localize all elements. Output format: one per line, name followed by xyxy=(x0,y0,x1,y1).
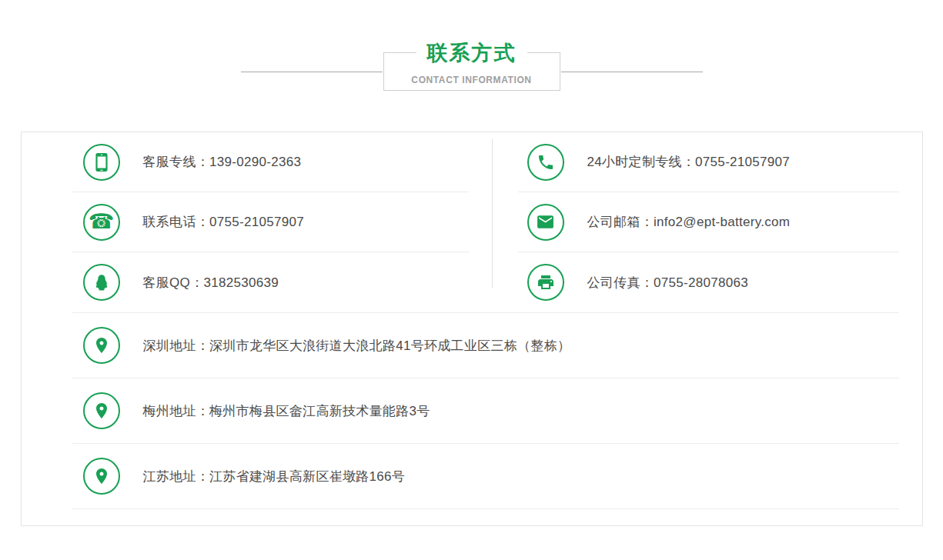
smartphone-icon xyxy=(83,144,120,181)
address-label: 梅州地址：梅州市梅县区畲江高新技术量能路3号 xyxy=(143,402,430,420)
page-title: 联系方式 xyxy=(416,39,527,67)
handset-icon xyxy=(527,144,564,181)
contact-column-left: 客服专线：139-0290-2363 ☎ 联系电话：0755-21057907 … xyxy=(22,132,492,312)
header-box: 联系方式 CONTACT INFORMATION xyxy=(383,52,560,91)
contact-row-label: 客服专线：139-0290-2363 xyxy=(143,153,302,171)
fax-icon xyxy=(527,264,564,301)
contact-column-right: 24小时定制专线：0755-21057907 公司邮箱：info2@ept-ba… xyxy=(492,132,922,312)
email-icon xyxy=(527,204,564,241)
contact-columns: 客服专线：139-0290-2363 ☎ 联系电话：0755-21057907 … xyxy=(22,132,922,312)
contact-row-label: 24小时定制专线：0755-21057907 xyxy=(587,153,791,171)
section-header: 联系方式 CONTACT INFORMATION xyxy=(0,0,943,91)
contact-row-qq: 客服QQ：3182530639 xyxy=(72,252,469,312)
contact-row-phone: ☎ 联系电话：0755-21057907 xyxy=(72,192,469,252)
contact-row-fax: 公司传真：0755-28078063 xyxy=(518,252,899,312)
contact-row-label: 公司传真：0755-28078063 xyxy=(587,274,749,292)
header-right-line xyxy=(561,72,703,72)
contact-row-24h-line: 24小时定制专线：0755-21057907 xyxy=(518,132,899,192)
location-icon xyxy=(83,327,120,364)
contact-row-label: 公司邮箱：info2@ept-battery.com xyxy=(587,213,791,231)
contact-row-label: 联系电话：0755-21057907 xyxy=(143,213,305,231)
address-label: 江苏地址：江苏省建湖县高新区崔墩路166号 xyxy=(143,468,406,485)
column-divider xyxy=(492,139,493,288)
contact-section: 联系方式 CONTACT INFORMATION 客服专线：139-0290-2… xyxy=(0,0,943,560)
header-left-line xyxy=(241,72,383,72)
contact-row-service-line: 客服专线：139-0290-2363 xyxy=(72,132,469,192)
contact-row-email: 公司邮箱：info2@ept-battery.com xyxy=(518,192,899,252)
contact-row-label: 客服QQ：3182530639 xyxy=(143,274,279,292)
address-label: 深圳地址：深圳市龙华区大浪街道大浪北路41号环成工业区三栋（整栋） xyxy=(143,337,571,355)
page-subtitle: CONTACT INFORMATION xyxy=(384,75,560,85)
address-row-shenzhen: 深圳地址：深圳市龙华区大浪街道大浪北路41号环成工业区三栋（整栋） xyxy=(72,313,899,378)
address-row-meizhou: 梅州地址：梅州市梅县区畲江高新技术量能路3号 xyxy=(72,378,899,444)
telephone-icon: ☎ xyxy=(83,204,120,241)
contact-card: 客服专线：139-0290-2363 ☎ 联系电话：0755-21057907 … xyxy=(21,132,923,526)
qq-icon xyxy=(83,264,120,301)
location-icon xyxy=(83,392,120,429)
location-icon xyxy=(83,458,120,495)
address-row-jiangsu: 江苏地址：江苏省建湖县高新区崔墩路166号 xyxy=(72,444,899,509)
